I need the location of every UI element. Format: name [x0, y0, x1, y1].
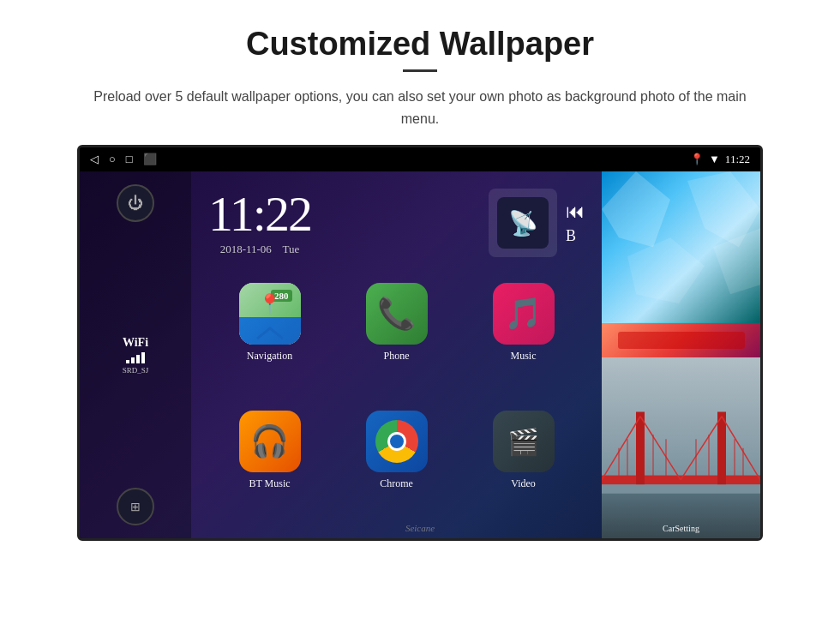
- home-icon: ○: [109, 153, 116, 166]
- wifi-bar-3: [136, 355, 140, 363]
- power-button[interactable]: ⏻: [117, 184, 154, 222]
- media-widgets: 📡 ⏮ B: [489, 189, 585, 257]
- wifi-icon: ▼: [709, 153, 720, 166]
- bt-music-label: BT Music: [249, 477, 290, 490]
- center-area: 11:22 2018-11-06 Tue 📡: [191, 171, 602, 538]
- apps-button[interactable]: ⊞: [117, 488, 154, 525]
- clock-display: 11:22 2018-11-06 Tue: [208, 189, 311, 256]
- wifi-label: WiFi: [123, 336, 149, 350]
- wifi-network-name: SRD_SJ: [123, 366, 149, 375]
- clock-section: 11:22 2018-11-06 Tue 📡: [191, 171, 602, 274]
- wallpaper-preview-bridge: CarSetting: [602, 357, 760, 539]
- chrome-icon: [366, 411, 428, 472]
- wallpaper-preview-ice: [602, 171, 760, 322]
- wifi-info: WiFi SRD_SJ: [123, 336, 149, 375]
- wifi-bar-4: [141, 352, 145, 363]
- right-panel: CarSetting: [602, 171, 760, 538]
- device-wrapper: ◁ ○ □ ⬛ 📍 ▼ 11:22 ⏻: [51, 145, 789, 541]
- svg-rect-9: [717, 411, 726, 484]
- video-label: Video: [511, 477, 536, 490]
- apps-grid-icon: ⊞: [130, 500, 141, 514]
- status-right: 📍 ▼ 11:22: [690, 153, 750, 166]
- app-item-video[interactable]: 🎬 Video: [466, 411, 580, 525]
- media-controls: ⏮ B: [566, 201, 585, 245]
- navigation-label: Navigation: [247, 350, 292, 363]
- app-item-bt-music[interactable]: 🎧 BT Music: [213, 411, 327, 525]
- app-item-music[interactable]: 🎵 Music: [466, 283, 580, 398]
- app-item-chrome[interactable]: Chrome: [339, 411, 453, 525]
- android-screen: ◁ ○ □ ⬛ 📍 ▼ 11:22 ⏻: [77, 145, 763, 541]
- back-icon: ◁: [90, 153, 99, 166]
- app-item-navigation[interactable]: 280 📍 Navigation: [213, 283, 327, 398]
- wifi-bars: [123, 352, 149, 363]
- main-content: ⏻ WiFi SRD_SJ ⊞: [80, 171, 760, 538]
- navigation-icon: 280 📍: [239, 283, 301, 345]
- app-item-phone[interactable]: 📞 Phone: [339, 283, 453, 398]
- clock-date: 2018-11-06 Tue: [208, 243, 311, 256]
- chrome-label: Chrome: [380, 477, 413, 490]
- clock-time: 11:22: [208, 189, 311, 239]
- intermediate-inner: [618, 332, 745, 349]
- status-time: 11:22: [725, 153, 750, 166]
- chrome-ring: [375, 420, 418, 463]
- wifi-bar-1: [126, 360, 129, 363]
- page-subtitle: Preload over 5 default wallpaper options…: [86, 86, 754, 129]
- nav-inner: 280 📍: [239, 283, 301, 345]
- wallpaper-preview-intermediate: [602, 323, 760, 357]
- bluetooth-icon: 🎧: [250, 423, 289, 459]
- page-title: Customized Wallpaper: [51, 26, 789, 63]
- phone-handset-icon: 📞: [377, 296, 416, 332]
- screenshot-icon: ⬛: [143, 153, 157, 166]
- phone-label: Phone: [384, 350, 410, 363]
- location-icon: 📍: [690, 153, 704, 166]
- music-label: Music: [511, 350, 537, 363]
- clapper-icon: 🎬: [507, 427, 539, 457]
- radio-wave-icon: 📡: [508, 209, 538, 237]
- bluetooth-music-icon: 🎧: [239, 411, 301, 472]
- title-underline: [403, 69, 437, 72]
- title-section: Customized Wallpaper Preload over 5 defa…: [51, 26, 789, 129]
- left-sidebar: ⏻ WiFi SRD_SJ ⊞: [80, 171, 191, 538]
- ice-shapes: [602, 171, 760, 322]
- chrome-center: [387, 432, 406, 451]
- status-left: ◁ ○ □ ⬛: [90, 153, 157, 166]
- media-widget: 📡: [489, 189, 557, 257]
- page-container: Customized Wallpaper Preload over 5 defa…: [0, 0, 840, 558]
- status-bar: ◁ ○ □ ⬛ 📍 ▼ 11:22: [80, 147, 760, 171]
- music-icon: 🎵: [493, 283, 555, 345]
- radio-icon-circle: 📡: [497, 197, 549, 249]
- svg-rect-8: [636, 411, 645, 484]
- phone-icon: 📞: [366, 283, 428, 345]
- music-note-icon: 🎵: [504, 296, 543, 332]
- power-icon: ⏻: [128, 195, 143, 213]
- prev-track-button[interactable]: ⏮: [566, 201, 585, 223]
- recents-icon: □: [126, 153, 133, 166]
- wifi-bar-2: [131, 357, 135, 363]
- app-grid: 280 📍 Navigation: [191, 274, 602, 538]
- watermark: Seicane: [405, 523, 435, 533]
- bluetooth-icon: B: [566, 227, 585, 245]
- video-icon: 🎬: [493, 411, 555, 472]
- car-setting-label: CarSetting: [602, 524, 760, 533]
